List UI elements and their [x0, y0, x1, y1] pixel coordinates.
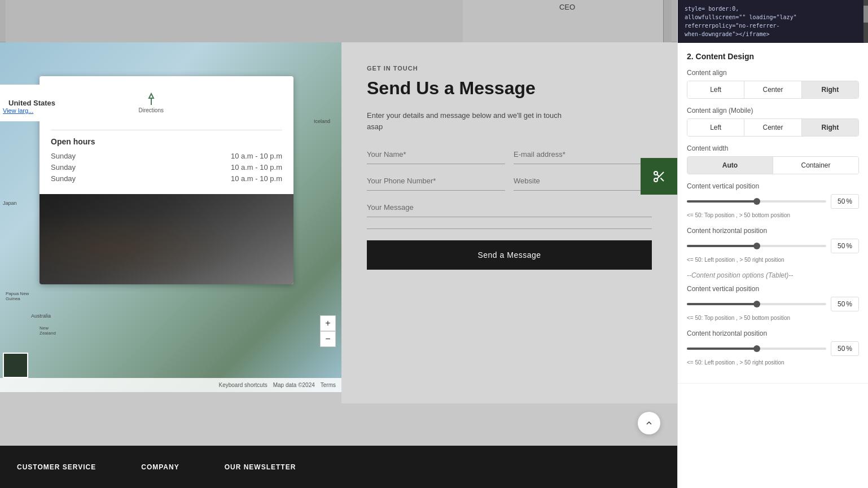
svg-point-2	[654, 172, 657, 175]
top-scrollbar[interactable]	[663, 0, 672, 42]
map-footer: Keyboard shortcuts Map data ©2024 Terms	[0, 378, 341, 392]
scroll-to-top-button[interactable]	[638, 412, 660, 434]
horizontal-slider-value: 50 %	[831, 239, 859, 253]
tablet-horizontal-hint: <= 50: Left position , > 50 right positi…	[687, 359, 859, 366]
tablet-vertical-hint: <= 50: Top position , > 50 bottom positi…	[687, 314, 859, 322]
chevron-up-icon	[645, 419, 654, 428]
tablet-horizontal-thumb[interactable]	[753, 345, 760, 352]
message-input[interactable]	[367, 203, 652, 212]
ceo-text: CEO	[559, 3, 575, 11]
popup-image	[40, 194, 293, 284]
edit-content-button[interactable]	[641, 158, 677, 195]
horizontal-slider-thumb[interactable]	[753, 243, 760, 249]
width-container-button[interactable]: Container	[773, 157, 858, 174]
email-input[interactable]	[514, 150, 652, 159]
zoom-in-button[interactable]: +	[320, 315, 336, 331]
top-strip: CEO	[0, 0, 677, 42]
directions-button[interactable]: Directions	[139, 93, 164, 113]
website-input[interactable]	[514, 177, 652, 185]
tablet-horizontal-value: 50 %	[831, 341, 859, 356]
vertical-slider[interactable]	[687, 200, 826, 203]
tablet-vertical-label: Content vertical position	[687, 285, 859, 293]
contact-description: Enter your details and message below and…	[367, 110, 570, 132]
top-strip-left	[6, 0, 463, 42]
content-vertical-label: Content vertical position	[687, 182, 859, 190]
align-mobile-right-button[interactable]: Right	[802, 119, 858, 136]
code-preview: style= border:0, allowfullscreen="" load…	[678, 0, 868, 43]
tablet-horizontal-slider[interactable]	[687, 348, 826, 350]
top-strip-right: CEO	[463, 0, 672, 42]
open-hours-title: Open hours	[51, 137, 282, 146]
content-width-group: Auto Container	[687, 156, 859, 174]
content-align-group: Left Center Right	[687, 81, 859, 99]
popup-image-overlay	[40, 194, 293, 284]
hours-row-1: Sunday 10 a.m - 10 p.m	[51, 152, 282, 160]
vertical-slider-thumb[interactable]	[753, 198, 760, 205]
svg-line-6	[657, 174, 659, 177]
tablet-horizontal-label: Content horizontal position	[687, 329, 859, 337]
section-title: 2. Content Design	[687, 52, 859, 61]
hours-row-3: Sunday 10 a.m - 10 p.m	[51, 174, 282, 183]
tablet-vertical-track	[687, 303, 757, 305]
main-area: CEO Japan Iceland Papua NewGuinea Austra…	[0, 0, 677, 488]
align-mobile-center-button[interactable]: Center	[744, 119, 801, 136]
get-in-touch-label: GET IN TOUCH	[367, 65, 652, 72]
message-field	[367, 202, 652, 217]
map-label-japan: Japan	[3, 200, 17, 206]
phone-input[interactable]	[367, 177, 505, 185]
phone-field	[367, 175, 505, 191]
zoom-out-button[interactable]: −	[320, 331, 336, 347]
tablet-horizontal-track	[687, 348, 757, 350]
tablet-vertical-thumb[interactable]	[753, 301, 760, 307]
horizontal-slider-track	[687, 245, 757, 247]
scissors-icon	[652, 170, 666, 183]
footer-customer-service: CUSTOMER SERVICE	[17, 463, 96, 471]
content-align-label: Content align	[687, 69, 859, 77]
vertical-slider-value: 50 %	[831, 194, 859, 209]
map-container[interactable]: Japan Iceland Papua NewGuinea Australia …	[0, 42, 341, 392]
popup-divider	[51, 130, 282, 130]
tablet-horizontal-position-row: Content horizontal position 50 % <= 50: …	[687, 329, 859, 366]
name-input[interactable]	[367, 150, 505, 159]
content-width-label: Content width	[687, 144, 859, 152]
code-scrollbar-thumb	[863, 6, 868, 23]
map-label-png: Papua NewGuinea	[6, 291, 29, 302]
form-row-2	[367, 175, 652, 191]
tablet-vertical-slider-container: 50 %	[687, 297, 859, 311]
content-align-row: Content align Left Center Right	[687, 69, 859, 99]
vertical-slider-hint: <= 50: Top position , > 50 bottom positi…	[687, 212, 859, 219]
tablet-vertical-slider[interactable]	[687, 303, 826, 305]
horizontal-slider[interactable]	[687, 245, 826, 247]
code-scrollbar[interactable]	[863, 0, 868, 43]
tablet-section-label: --Content position options (Tablet)--	[687, 271, 859, 279]
directions-icon	[144, 93, 158, 106]
width-auto-button[interactable]: Auto	[687, 157, 773, 174]
content-horizontal-position-row: Content horizontal position 50 % <= 50: …	[687, 227, 859, 263]
map-thumbnail	[3, 353, 28, 378]
align-left-button[interactable]: Left	[687, 81, 744, 98]
map-label-nz: NewZealand	[40, 326, 56, 336]
right-panel: style= border:0, allowfullscreen="" load…	[677, 0, 868, 488]
align-center-button[interactable]: Center	[744, 81, 801, 98]
content-design-section: 2. Content Design Content align Left Cen…	[678, 43, 868, 384]
vertical-slider-track	[687, 200, 757, 203]
name-field	[367, 149, 505, 164]
content-width-row: Content width Auto Container	[687, 144, 859, 174]
content-vertical-position-row: Content vertical position 50 % <= 50: To…	[687, 182, 859, 219]
horizontal-slider-hint: <= 50: Left position , > 50 right positi…	[687, 256, 859, 263]
content-align-mobile-group: Left Center Right	[687, 118, 859, 137]
align-mobile-left-button[interactable]: Left	[687, 119, 744, 136]
terms-link[interactable]: Terms	[321, 382, 336, 388]
form-row-1	[367, 149, 652, 164]
svg-line-5	[660, 178, 664, 181]
send-button[interactable]: Send a Message	[367, 240, 652, 270]
svg-point-3	[654, 178, 657, 182]
content-align-mobile-row: Content align (Mobile) Left Center Right	[687, 107, 859, 137]
footer-newsletter: OUR NEWSLETTER	[225, 463, 296, 471]
view-large-link[interactable]: View larg...	[3, 107, 33, 114]
align-right-button[interactable]: Right	[802, 81, 858, 98]
map-controls: + −	[320, 315, 336, 347]
keyboard-shortcuts-link[interactable]: Keyboard shortcuts	[219, 382, 268, 388]
website-field	[514, 175, 652, 191]
tablet-horizontal-slider-container: 50 %	[687, 341, 859, 356]
